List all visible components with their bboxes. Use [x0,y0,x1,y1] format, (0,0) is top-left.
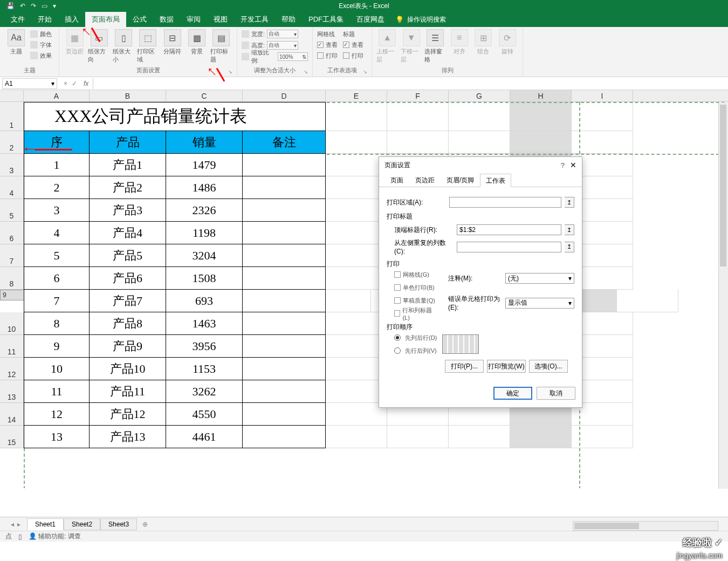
table-cell[interactable] [243,176,326,199]
table-cell[interactable] [243,267,326,290]
scale-launcher-icon[interactable]: ↘ [304,69,308,74]
qat-save-icon[interactable]: 💾 [6,2,15,10]
table-cell[interactable]: 693 [166,290,243,312]
col-header[interactable]: I [572,90,633,101]
scale-width-combo[interactable]: 自动▾ [267,30,298,38]
table-cell[interactable] [243,380,326,403]
row-header[interactable]: 11 [0,335,24,358]
col-header[interactable]: C [166,90,243,101]
dialog-help-icon[interactable]: ? [561,161,565,169]
themes-button[interactable]: Aa主题 [4,29,28,56]
gridlines-check[interactable]: 网格线(G) [394,270,437,279]
sheetopt-launcher-icon[interactable]: ↘ [363,69,367,74]
preview-button[interactable]: 打印预览(W) [487,360,526,373]
bw-check[interactable]: 单色打印(B) [394,283,437,292]
table-cell[interactable] [243,358,326,380]
qat-redo-icon[interactable]: ↷ [31,2,36,10]
range-select-icon[interactable]: ↥ [565,197,574,208]
table-cell[interactable]: 1 [24,154,90,176]
table-cell[interactable]: 4550 [166,403,243,426]
table-cell[interactable]: 10 [24,358,90,380]
head-print-check[interactable]: 打印 [343,51,363,60]
background-button[interactable]: ▩背景 [186,29,208,56]
tab-review[interactable]: 审阅 [180,12,207,27]
col-header[interactable]: H [510,90,572,101]
order-down-radio[interactable]: 先列后行(D) [394,333,437,343]
tab-insert[interactable]: 插入 [58,12,85,27]
table-cell[interactable] [243,222,326,244]
status-accessibility[interactable]: 👤 辅助功能: 调查 [29,532,81,541]
tell-me-search[interactable]: 💡 操作说明搜索 [395,12,446,27]
tab-formula[interactable]: 公式 [126,12,153,27]
align-button[interactable]: ≡对齐 [449,29,471,56]
table-cell[interactable]: 1463 [166,312,243,335]
bring-forward-button[interactable]: ▲上移一层 [376,29,399,64]
add-sheet-icon[interactable]: ⊕ [142,521,148,528]
table-cell[interactable]: 产品7 [90,290,166,312]
dlg-tab-sheet[interactable]: 工作表 [480,174,511,187]
row-header[interactable]: 7 [0,244,24,267]
selection-pane-button[interactable]: ☰选择窗格 [424,29,447,64]
print-titles-button[interactable]: ▤打印标题 [210,29,232,64]
orientation-button[interactable]: ▭纸张方向 [88,29,110,64]
row-header[interactable]: 3 [0,154,24,176]
tab-help[interactable]: 帮助 [275,12,302,27]
row-header[interactable]: 4 [0,176,24,199]
row-header[interactable]: 15 [0,426,24,448]
tab-file[interactable]: 文件 [4,12,31,27]
table-cell[interactable]: 1479 [166,154,243,176]
row-header[interactable]: 5 [0,199,24,222]
grid-view-check[interactable]: 查看 [317,40,338,50]
col-header[interactable]: F [387,90,449,101]
dlg-tab-margin[interactable]: 页边距 [409,173,441,187]
ok-button[interactable]: 确定 [493,387,532,400]
range-select-icon[interactable]: ↥ [565,224,574,235]
tab-pdf[interactable]: PDF工具集 [302,12,350,27]
row-header[interactable]: 10 [0,312,24,335]
tab-view[interactable]: 视图 [207,12,234,27]
range-select-icon[interactable]: ↥ [565,242,574,252]
vertical-scrollbar[interactable] [718,102,728,489]
options-button[interactable]: 选项(O)... [529,360,568,373]
table-cell[interactable]: 7 [24,290,90,312]
fx-icon[interactable]: fx [81,80,88,87]
tab-home[interactable]: 开始 [31,12,58,27]
col-header[interactable]: G [449,90,510,101]
table-cell[interactable]: 产品3 [90,199,166,222]
table-cell[interactable]: 产品5 [90,244,166,267]
table-cell[interactable]: 5 [24,244,90,267]
table-cell[interactable]: 12 [24,403,90,426]
col-header[interactable]: A [24,90,90,101]
tab-data[interactable]: 数据 [153,12,180,27]
col-header[interactable]: E [326,90,387,101]
table-cell[interactable]: 13 [24,426,90,448]
top-rows-input[interactable] [457,224,561,235]
table-cell[interactable] [243,290,326,312]
qat-new-icon[interactable]: ▭ [42,2,47,10]
table-cell[interactable]: 产品4 [90,222,166,244]
print-area-input[interactable] [449,197,561,208]
sheet-tab[interactable]: Sheet1 [27,518,64,530]
table-cell[interactable]: 产品10 [90,358,166,380]
table-cell[interactable]: 3 [24,199,90,222]
fx-confirm-icon[interactable]: ✓ [72,80,77,87]
table-cell[interactable]: 4461 [166,426,243,448]
table-cell[interactable]: 1198 [166,222,243,244]
table-cell[interactable] [243,426,326,448]
cancel-button[interactable]: 取消 [537,387,575,400]
errors-select[interactable]: 显示值▾ [505,298,574,309]
name-box[interactable]: A1▾ [2,78,57,89]
row-header[interactable]: 14 [0,403,24,426]
group-button[interactable]: ⊞组合 [472,29,495,56]
row-header[interactable]: 2 [0,131,24,154]
print-button[interactable]: 打印(P)... [445,360,484,373]
scale-ratio-combo[interactable]: 100%⇅ [278,52,308,61]
table-cell[interactable] [243,312,326,335]
table-cell[interactable]: 3956 [166,335,243,358]
tab-page-layout[interactable]: 页面布局 [85,12,126,27]
fx-cancel-icon[interactable]: × [64,80,67,87]
breaks-button[interactable]: ⊟分隔符 [161,29,183,56]
print-area-button[interactable]: ⬚打印区域 [137,29,159,64]
draft-check[interactable]: 草稿质量(Q) [394,296,437,305]
order-over-radio[interactable]: 先行后列(V) [394,346,437,355]
